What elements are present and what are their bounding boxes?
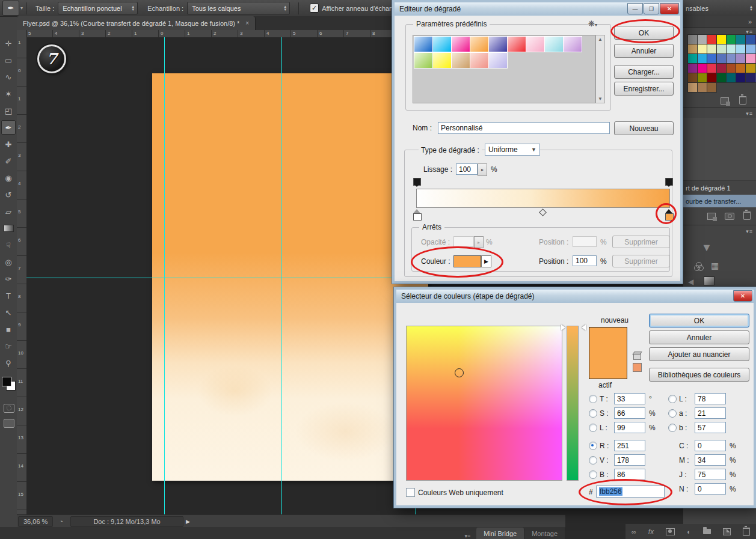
color-swatch[interactable] [688, 83, 697, 92]
new-snapshot-icon[interactable] [725, 213, 734, 220]
shape-tool[interactable]: ■ [1, 322, 16, 336]
path-selection-tool[interactable]: ↖ [1, 305, 16, 320]
delete-state-icon[interactable] [743, 212, 751, 220]
brush-tool[interactable]: ✐ [1, 154, 16, 168]
triangle-icon[interactable]: ▼ [701, 242, 712, 254]
foreground-color-swatch[interactable] [2, 377, 11, 386]
charger-button[interactable]: Charger... [614, 65, 674, 79]
new-layer-icon[interactable] [723, 528, 731, 535]
bottom-tab-montage[interactable]: Montage [524, 528, 565, 539]
gradient-preset-swatch[interactable] [470, 53, 488, 68]
field-radio[interactable] [589, 456, 597, 464]
gradient-editor-titlebar[interactable]: Editeur de dégradé — ❐ ✕ [395, 2, 680, 16]
sampling-ring-checkbox[interactable]: ✓ [310, 4, 319, 13]
color-swatch[interactable] [717, 54, 726, 63]
field-radio[interactable] [589, 470, 597, 479]
color-swatch[interactable] [727, 44, 736, 53]
color-swatch[interactable] [688, 64, 697, 73]
field-input[interactable]: 178 [614, 454, 645, 466]
history-entry[interactable]: ourbe de transfer... [683, 195, 756, 207]
gradient-preset-swatch[interactable] [452, 37, 470, 52]
gradient-preset-swatch[interactable] [564, 37, 582, 52]
panel-menu-icon[interactable]: ▾≡ [746, 111, 753, 117]
delete-layer-icon[interactable] [743, 528, 750, 536]
zoom-tool[interactable]: ⚲ [1, 356, 16, 370]
gradient-preset-swatch[interactable] [489, 37, 507, 52]
ok-button[interactable]: OK [649, 314, 749, 327]
eraser-tool[interactable]: ▱ [1, 204, 16, 219]
hand-tool[interactable]: ☞ [1, 339, 16, 353]
color-stop-left[interactable] [413, 213, 422, 221]
color-swatch[interactable] [698, 35, 707, 44]
color-swatch[interactable] [707, 64, 716, 73]
layer-mask-icon[interactable] [666, 528, 675, 535]
quick-mask-button[interactable] [4, 404, 14, 413]
gradient-preset-swatch[interactable] [414, 37, 432, 52]
color-swatch[interactable] [746, 73, 755, 82]
slider-arrow-right[interactable] [579, 324, 586, 330]
close-button[interactable]: ✕ [733, 290, 752, 302]
adjustment-layer-icon[interactable]: ◐ [687, 528, 691, 535]
color-swatch[interactable] [736, 35, 745, 44]
field-radio[interactable] [668, 395, 677, 403]
lissage-stepper[interactable]: ▸ [478, 163, 487, 176]
color-swatch[interactable] [707, 54, 716, 63]
web-colors-checkbox[interactable] [406, 488, 415, 497]
screen-mode-button[interactable] [4, 419, 14, 428]
color-swatch[interactable] [746, 64, 755, 73]
color-swatch[interactable] [717, 64, 726, 73]
gradient-preset-swatch[interactable] [470, 37, 488, 52]
color-swatch[interactable] [736, 44, 745, 53]
document-tab[interactable]: Flyer.psd @ 36,1% (Courbe transfert de d… [17, 16, 256, 30]
gradient-preset-swatch[interactable] [452, 53, 470, 68]
gradient-tool[interactable] [1, 221, 16, 236]
field-input[interactable]: 21 [695, 407, 726, 419]
opacity-stop-right[interactable] [665, 178, 673, 186]
field-input[interactable]: 86 [614, 469, 645, 480]
color-swatch[interactable] [707, 73, 716, 82]
gradient-thumb-icon[interactable] [704, 276, 715, 285]
color-swatch[interactable] [746, 54, 755, 63]
status-arrow-button[interactable]: ▶ [186, 519, 190, 525]
scroll-down-icon[interactable]: ▼ [596, 96, 604, 102]
color-slider[interactable] [567, 326, 579, 481]
color-swatch[interactable] [707, 83, 716, 92]
gradient-preset-swatch[interactable] [526, 37, 544, 52]
new-swatch-icon[interactable] [721, 97, 729, 105]
color-swatch[interactable] [727, 64, 736, 73]
field-input[interactable]: 0 [695, 440, 726, 451]
gear-icon[interactable]: ❋▾ [588, 19, 597, 28]
eyedropper-tool[interactable]: ✒ [1, 120, 16, 135]
document-canvas[interactable] [152, 73, 428, 481]
bibliotheques-button[interactable]: Bibliothèques de couleurs [649, 368, 749, 382]
field-radio[interactable] [589, 424, 597, 432]
color-swatch[interactable] [688, 73, 697, 82]
new-group-icon[interactable] [703, 529, 711, 534]
color-swatch[interactable] [688, 35, 697, 44]
gradient-preset-swatch[interactable] [433, 37, 451, 52]
nom-input[interactable]: Personnalisé [438, 122, 610, 134]
field-input[interactable]: 251 [614, 440, 645, 451]
dodge-tool[interactable]: ◎ [1, 255, 16, 269]
link-icon[interactable]: ∞ [632, 528, 636, 535]
type-degrade-dropdown[interactable]: Uniforme▼ [485, 144, 540, 156]
color-swatch[interactable] [688, 54, 697, 63]
guide-vertical-2[interactable] [281, 37, 282, 514]
presets-scrollbar[interactable]: ▲ ▼ [595, 35, 605, 103]
color-swatch[interactable] [727, 35, 736, 44]
gradient-preview-bar[interactable] [416, 189, 670, 208]
delete-swatch-icon[interactable] [739, 96, 746, 105]
collapse-panels-button[interactable]: » [683, 16, 756, 28]
field-input[interactable]: 75 [695, 469, 726, 480]
pen-tool[interactable]: ✑ [1, 272, 16, 286]
color-swatch[interactable] [727, 54, 736, 63]
field-input[interactable]: 66 [614, 407, 645, 419]
close-button[interactable]: ✕ [660, 3, 679, 14]
flyout-arrow-icon[interactable]: ▾ [20, 5, 23, 11]
layer-effects-icon[interactable]: fx [648, 528, 654, 536]
gamut-warning-icon[interactable] [633, 353, 641, 360]
gradient-preset-swatch[interactable] [508, 37, 526, 52]
lissage-input[interactable]: 100 [456, 163, 478, 175]
color-swatch[interactable] [698, 73, 707, 82]
color-swatch[interactable] [688, 44, 697, 53]
